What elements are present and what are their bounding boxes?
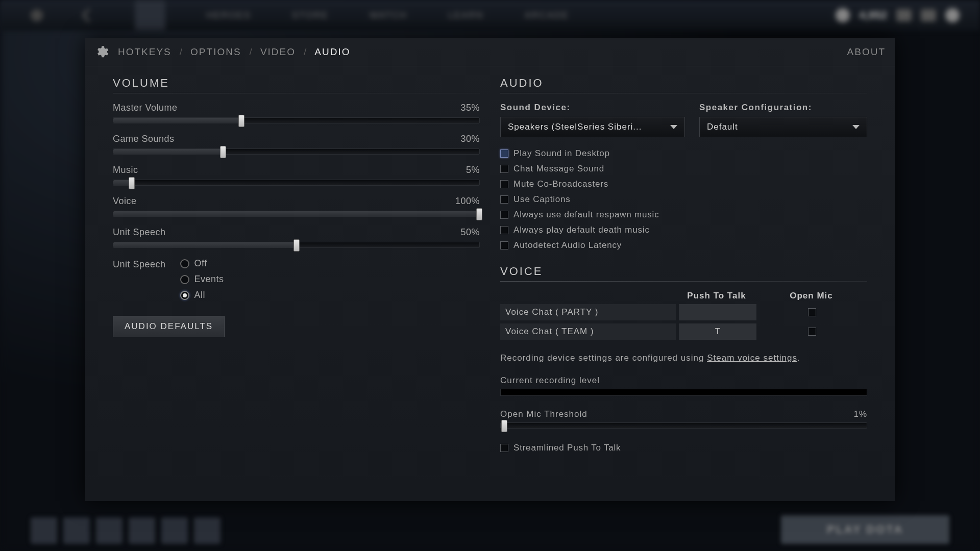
unit-speech-radio-all[interactable]: All xyxy=(180,290,224,300)
gear-icon xyxy=(94,45,109,59)
slider-label: Master Volume xyxy=(113,103,178,113)
volume-slider-4[interactable] xyxy=(113,242,480,248)
speaker-config-select[interactable]: Default xyxy=(699,117,867,137)
radio-icon xyxy=(180,291,189,300)
slider-value: 50% xyxy=(460,227,480,238)
radio-label: All xyxy=(194,290,206,300)
volume-slider-1[interactable] xyxy=(113,148,480,155)
slider-thumb[interactable] xyxy=(238,115,244,127)
tab-hotkeys[interactable]: HOTKEYS xyxy=(118,46,172,58)
sound-device-label: Sound Device: xyxy=(500,103,685,113)
checkbox-label: Mute Co-Broadcasters xyxy=(513,179,608,189)
chevron-down-icon xyxy=(670,125,677,129)
voice-title: VOICE xyxy=(500,265,867,278)
tab-about[interactable]: ABOUT xyxy=(847,46,886,58)
slider-thumb[interactable] xyxy=(129,177,135,189)
slider-thumb[interactable] xyxy=(220,146,226,158)
radio-label: Events xyxy=(194,274,224,285)
checkbox-label: Always use default respawn music xyxy=(513,210,659,220)
streamlined-ptt-checkbox[interactable] xyxy=(500,444,508,452)
sound-device-value: Speakers (SteelSeries Siberi... xyxy=(508,122,642,132)
voice-ptt-key-1[interactable]: T xyxy=(679,323,756,340)
open-mic-threshold-label: Open Mic Threshold xyxy=(500,409,587,419)
slider-value: 100% xyxy=(455,196,480,207)
steam-voice-settings-link[interactable]: Steam voice settings xyxy=(707,353,797,363)
slider-thumb[interactable] xyxy=(293,239,300,252)
checkbox-icon xyxy=(500,241,508,249)
voice-row-label: Voice Chat ( TEAM ) xyxy=(500,323,676,340)
voice-col-ptt: Push To Talk xyxy=(678,291,755,301)
audio-check-0[interactable]: Play Sound in Desktop xyxy=(500,148,867,159)
checkbox-label: Play Sound in Desktop xyxy=(513,148,610,159)
recording-note: Recording device settings are configured… xyxy=(500,353,867,363)
checkbox-label: Always play default death music xyxy=(513,225,650,235)
checkbox-label: Chat Message Sound xyxy=(513,164,604,174)
recording-level-label: Current recording level xyxy=(500,375,867,386)
slider-thumb[interactable] xyxy=(476,208,482,220)
unit-speech-radio-off[interactable]: Off xyxy=(180,258,224,269)
slider-label: Music xyxy=(113,165,138,176)
speaker-config-value: Default xyxy=(707,122,738,132)
radio-icon xyxy=(180,275,189,284)
slider-value: 5% xyxy=(466,165,480,176)
audio-check-6[interactable]: Autodetect Audio Latency xyxy=(500,240,867,251)
tab-options[interactable]: OPTIONS xyxy=(190,46,241,58)
slider-value: 30% xyxy=(460,134,480,144)
voice-openmic-checkbox-1[interactable] xyxy=(808,328,816,336)
checkbox-icon xyxy=(500,149,508,158)
unit-speech-radio-events[interactable]: Events xyxy=(180,274,224,285)
tab-audio[interactable]: AUDIO xyxy=(314,46,350,58)
checkbox-label: Use Captions xyxy=(513,194,571,205)
checkbox-icon xyxy=(500,226,508,234)
recording-level-meter xyxy=(500,389,867,396)
tab-video[interactable]: VIDEO xyxy=(260,46,296,58)
slider-label: Voice xyxy=(113,196,137,207)
checkbox-icon xyxy=(500,165,508,173)
audio-check-5[interactable]: Always play default death music xyxy=(500,225,867,235)
audio-defaults-button[interactable]: AUDIO DEFAULTS xyxy=(113,316,225,337)
audio-check-2[interactable]: Mute Co-Broadcasters xyxy=(500,179,867,189)
slider-value: 35% xyxy=(460,103,480,113)
audio-title: AUDIO xyxy=(500,77,867,90)
chevron-down-icon xyxy=(852,125,860,129)
voice-col-openmic: Open Mic xyxy=(755,291,867,301)
tab-separator: / xyxy=(180,46,182,58)
checkbox-icon xyxy=(500,211,508,219)
speaker-config-label: Speaker Configuration: xyxy=(699,103,867,113)
sound-device-select[interactable]: Speakers (SteelSeries Siberi... xyxy=(500,117,685,137)
voice-ptt-key-0[interactable] xyxy=(679,304,756,320)
open-mic-threshold-value: 1% xyxy=(853,409,867,419)
slider-label: Game Sounds xyxy=(113,134,175,144)
slider-thumb[interactable] xyxy=(501,420,507,432)
volume-title: VOLUME xyxy=(113,77,480,90)
slider-label: Unit Speech xyxy=(113,227,166,238)
radio-label: Off xyxy=(194,258,207,269)
audio-check-4[interactable]: Always use default respawn music xyxy=(500,210,867,220)
checkbox-label: Autodetect Audio Latency xyxy=(513,240,622,251)
audio-check-1[interactable]: Chat Message Sound xyxy=(500,164,867,174)
voice-row-label: Voice Chat ( PARTY ) xyxy=(500,304,676,320)
audio-check-3[interactable]: Use Captions xyxy=(500,194,867,205)
streamlined-ptt-label: Streamlined Push To Talk xyxy=(513,443,621,453)
checkbox-icon xyxy=(500,180,508,188)
unit-speech-label: Unit Speech xyxy=(113,258,166,300)
tab-separator: / xyxy=(250,46,252,58)
volume-slider-2[interactable] xyxy=(113,180,480,186)
volume-slider-0[interactable] xyxy=(113,117,480,123)
tab-separator: / xyxy=(304,46,306,58)
radio-icon xyxy=(180,259,189,268)
volume-slider-3[interactable] xyxy=(113,211,480,217)
open-mic-threshold-slider[interactable] xyxy=(500,422,867,429)
voice-openmic-checkbox-0[interactable] xyxy=(808,308,816,316)
checkbox-icon xyxy=(500,195,508,204)
